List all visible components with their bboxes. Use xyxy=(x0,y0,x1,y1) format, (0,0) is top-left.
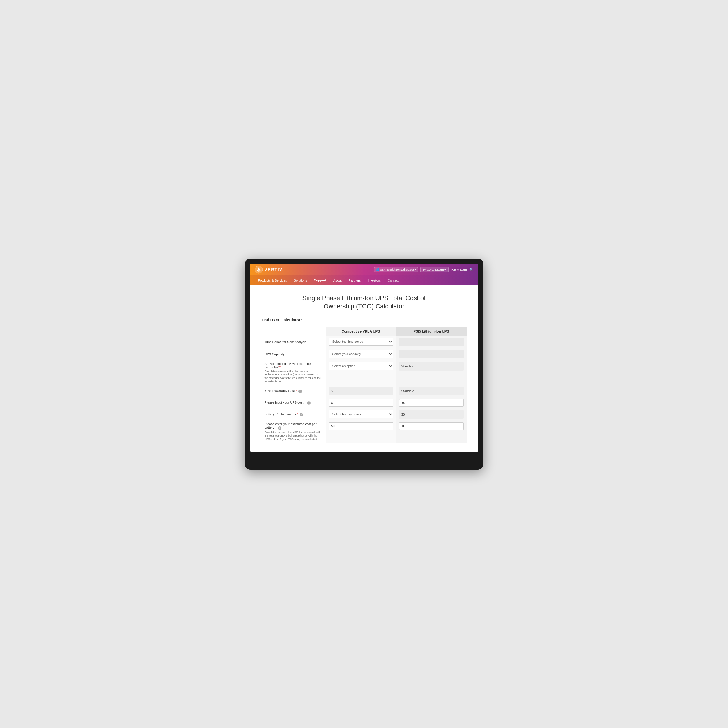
cell-vrla-time-period: Select the time period 3 Years 5 Years 1… xyxy=(326,336,396,348)
psi5-ups-capacity-empty xyxy=(399,350,464,359)
row-label-warranty-cost: 5 Year Warranty Cost * i xyxy=(262,385,326,397)
cell-psi5-time-period xyxy=(396,336,466,348)
psi5-cost-per-battery-input[interactable] xyxy=(399,422,464,430)
nav-item-investors[interactable]: Investors xyxy=(364,276,384,285)
cell-vrla-ups-cost xyxy=(326,397,396,408)
screen: VERTIV. 🌐 USA, English (United States) ▾… xyxy=(250,264,478,452)
info-icon[interactable]: i xyxy=(307,401,310,405)
calculator-table: Competitive VRLA UPS PSI5 Lithium-Ion UP… xyxy=(262,327,466,443)
account-chevron: ▾ xyxy=(445,268,446,271)
psi5-time-period-empty xyxy=(399,337,464,346)
stand-neck xyxy=(347,452,382,463)
col-header-vrla: Competitive VRLA UPS xyxy=(326,327,396,336)
col-header-psi5: PSI5 Lithium-Ion UPS xyxy=(396,327,466,336)
monitor-stand xyxy=(250,452,478,470)
nav-top-bar: VERTIV. 🌐 USA, English (United States) ▾… xyxy=(250,264,478,276)
info-icon[interactable]: i xyxy=(278,426,281,430)
ups-capacity-select[interactable]: Select your capacity 500VA 750VA 1000VA … xyxy=(329,350,393,358)
table-row: UPS Capacity Select your capacity 500VA … xyxy=(262,348,466,360)
required-indicator: * xyxy=(275,426,276,429)
globe-icon: 🌐 xyxy=(376,268,379,271)
cell-vrla-ups-capacity: Select your capacity 500VA 750VA 1000VA … xyxy=(326,348,396,360)
vertiv-logo-icon xyxy=(255,265,263,274)
page-title: Single Phase Lithium-Ion UPS Total Cost … xyxy=(262,294,466,311)
table-row: Are you buying a 5-year extended warrant… xyxy=(262,360,466,385)
required-indicator: * xyxy=(280,365,281,369)
warranty-sub-note: Calculations assume that the costs for r… xyxy=(265,370,323,383)
row-label-battery-replacements: Battery Replacements * i xyxy=(262,408,326,420)
psi5-warranty-value: Standard xyxy=(399,362,464,371)
cell-psi5-ups-capacity xyxy=(396,348,466,360)
nav-item-about[interactable]: About xyxy=(330,276,345,285)
battery-number-select[interactable]: Select battery number 1 2 3 4 xyxy=(329,410,393,418)
monitor: VERTIV. 🌐 USA, English (United States) ▾… xyxy=(245,259,483,470)
col-header-label xyxy=(262,327,326,336)
nav-top-right: 🌐 USA, English (United States) ▾ My Acco… xyxy=(374,267,474,272)
stand-base xyxy=(306,463,422,470)
required-indicator: * xyxy=(297,412,298,416)
nav-item-partners[interactable]: Partners xyxy=(345,276,364,285)
psi5-battery-replacements-value: $0 xyxy=(399,410,464,419)
row-label-ups-capacity: UPS Capacity xyxy=(262,348,326,360)
vrla-ups-cost-input[interactable] xyxy=(329,399,393,406)
row-label-time-period: Time Period for Cost Analysis xyxy=(262,336,326,348)
table-row: Time Period for Cost Analysis Select the… xyxy=(262,336,466,348)
vrla-cost-per-battery-input[interactable] xyxy=(329,422,393,430)
locale-text: USA, English (United States) xyxy=(380,268,414,271)
cell-vrla-warranty: Select an option Yes No xyxy=(326,360,396,385)
cell-psi5-warranty: Standard xyxy=(396,360,466,385)
cell-psi5-warranty-cost: Standard xyxy=(396,385,466,397)
nav-item-support[interactable]: Support xyxy=(310,276,330,285)
search-icon[interactable]: 🔍 xyxy=(469,268,474,272)
logo: VERTIV. xyxy=(255,265,284,274)
table-row: Battery Replacements * i Select battery … xyxy=(262,408,466,420)
logo-text: VERTIV. xyxy=(265,267,284,272)
page-content: Single Phase Lithium-Ion UPS Total Cost … xyxy=(250,285,478,452)
required-indicator: * xyxy=(304,401,305,404)
vrla-warranty-cost-value: $0 xyxy=(329,387,393,395)
partner-login-button[interactable]: Partner Login xyxy=(451,268,466,271)
info-icon[interactable]: i xyxy=(300,413,303,417)
account-login-button[interactable]: My Account Login ▾ xyxy=(420,267,448,272)
table-row: 5 Year Warranty Cost * i $0 Standard xyxy=(262,385,466,397)
cell-vrla-battery-replacements: Select battery number 1 2 3 4 xyxy=(326,408,396,420)
cell-vrla-warranty-cost: $0 xyxy=(326,385,396,397)
row-label-cost-per-battery: Please enter your estimated cost per bat… xyxy=(262,420,326,443)
psi5-warranty-cost-value: Standard xyxy=(399,387,464,395)
section-label: End User Calculator: xyxy=(262,318,466,322)
nav-item-contact[interactable]: Contact xyxy=(384,276,402,285)
cell-psi5-ups-cost xyxy=(396,397,466,408)
locale-selector[interactable]: 🌐 USA, English (United States) ▾ xyxy=(374,267,418,272)
row-label-warranty: Are you buying a 5-year extended warrant… xyxy=(262,360,326,385)
cost-per-battery-sub-note: Calculator uses a value of $0 for batter… xyxy=(265,431,323,441)
nav-item-solutions[interactable]: Solutions xyxy=(291,276,310,285)
cell-psi5-cost-per-battery xyxy=(396,420,466,443)
info-icon[interactable]: i xyxy=(298,389,302,393)
cell-vrla-cost-per-battery xyxy=(326,420,396,443)
cell-psi5-battery-replacements: $0 xyxy=(396,408,466,420)
warranty-select[interactable]: Select an option Yes No xyxy=(329,362,393,370)
locale-chevron: ▾ xyxy=(414,268,416,271)
nav-main-bar: Products & Services Solutions Support Ab… xyxy=(250,276,478,285)
time-period-select[interactable]: Select the time period 3 Years 5 Years 1… xyxy=(329,337,393,346)
nav-item-products[interactable]: Products & Services xyxy=(255,276,291,285)
required-indicator: * xyxy=(296,389,297,392)
row-label-ups-cost: Please input your UPS cost * i xyxy=(262,397,326,408)
table-row: Please input your UPS cost * i xyxy=(262,397,466,408)
psi5-ups-cost-input[interactable] xyxy=(399,399,464,406)
table-row: Please enter your estimated cost per bat… xyxy=(262,420,466,443)
